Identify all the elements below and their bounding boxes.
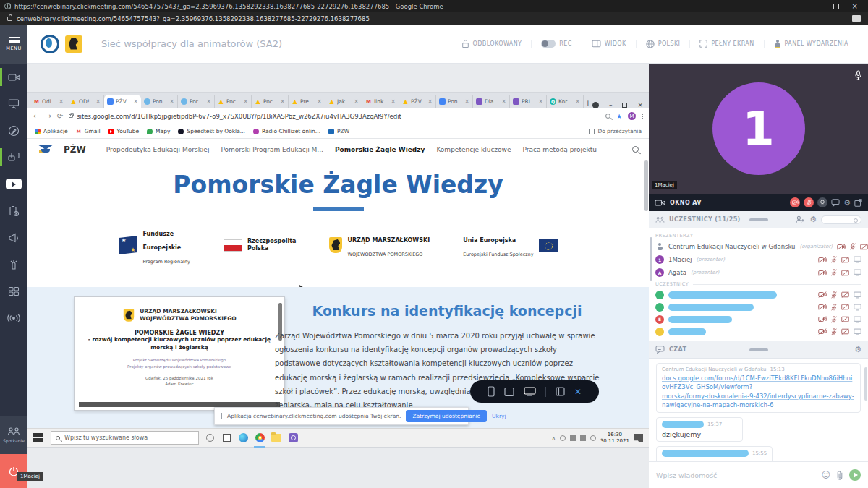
extension-icon[interactable] (852, 15, 861, 22)
profile-dot-icon[interactable] (592, 102, 599, 108)
window-minimize-button[interactable]: – (817, 2, 820, 10)
monitor-icon[interactable] (854, 304, 861, 311)
rec-toggle[interactable]: REC (531, 40, 581, 48)
av-settings-icon[interactable]: ⚙ (843, 199, 851, 207)
browser-tab[interactable]: Pon × (436, 95, 473, 108)
tab-close-icon[interactable]: × (206, 98, 211, 105)
bookmark-item[interactable]: Radio Chillizet onlin... (253, 128, 320, 134)
webcam-settings-button[interactable] (817, 197, 827, 207)
sidebar-item-apps[interactable] (0, 278, 27, 304)
zoom-search-icon[interactable] (605, 114, 610, 119)
presenter-row[interactable]: A Agata (prezenter) (655, 266, 861, 279)
add-person-icon[interactable] (796, 215, 805, 223)
attendee-row[interactable] (655, 325, 861, 338)
url-field[interactable]: sites.google.com/d/1GHkp5jpgietipdbP-6v7… (69, 113, 600, 120)
sidebar-item-stream[interactable] (0, 304, 27, 331)
chat-scrollbar[interactable] (864, 367, 867, 401)
view-button[interactable]: WIDOK (582, 40, 636, 48)
screen-off-icon[interactable] (841, 316, 849, 322)
tab-close-icon[interactable]: × (575, 98, 580, 105)
stop-sharing-button[interactable]: Zatrzymaj udostępnianie (406, 410, 487, 422)
browser-tab[interactable]: Por × (178, 95, 215, 108)
presenter-row[interactable]: 1 1Maciej (prezenter) (655, 253, 861, 266)
sidebar-item-camera[interactable] (0, 64, 27, 90)
edge-button[interactable] (237, 432, 249, 444)
close-preview-icon[interactable]: ✕ (574, 387, 582, 397)
taskbar-clock[interactable]: 16:3030.11.2021 (600, 432, 629, 445)
mic-off-icon[interactable] (831, 304, 837, 311)
mic-off-icon[interactable] (831, 316, 837, 323)
browser-tab[interactable]: PŻV × (104, 95, 141, 108)
room-lock-button[interactable]: ODBLOKOWANY (452, 39, 532, 48)
camera-off-icon[interactable] (818, 316, 827, 322)
screen-off-icon[interactable] (841, 304, 849, 310)
av-popout-icon[interactable] (854, 199, 862, 207)
reload-icon[interactable]: ⟳ (57, 112, 63, 120)
bookmark-item[interactable]: Mapy (147, 128, 170, 134)
mic-off-icon[interactable] (831, 269, 837, 276)
bookmark-star-icon[interactable]: ★ (616, 113, 622, 120)
sidebar-item-reactions[interactable] (0, 251, 27, 278)
screen-off-icon[interactable] (860, 244, 868, 250)
browser-tab[interactable]: Pon × (141, 95, 178, 108)
language-button[interactable]: POLSKI (636, 40, 690, 48)
browser-tab[interactable]: Jak × (326, 95, 362, 108)
mic-off-button[interactable] (804, 197, 814, 207)
bookmark-item[interactable]: Aplikacje (35, 128, 68, 134)
sidebar-item-screenshare[interactable] (0, 144, 27, 171)
monitor-icon[interactable] (854, 269, 861, 276)
fullscreen-button[interactable]: PEŁNY EKRAN (689, 40, 763, 48)
new-tab-button[interactable]: + (584, 97, 592, 108)
participants-drag-handle[interactable] (749, 218, 768, 221)
preview-pane-icon[interactable] (556, 387, 565, 396)
sidebar-item-draw[interactable] (0, 117, 27, 144)
sidebar-item-cta[interactable] (0, 224, 27, 251)
mic-off-icon[interactable] (850, 243, 856, 250)
start-button[interactable] (33, 433, 43, 442)
browser-tab[interactable]: PŻV × (399, 95, 436, 108)
browser-tab[interactable]: Dia × (473, 95, 510, 108)
browser-tab[interactable]: OD! × (67, 95, 104, 108)
monitor-icon[interactable] (854, 328, 861, 335)
av-chat-icon[interactable] (831, 199, 840, 207)
tab-close-icon[interactable]: × (391, 98, 396, 105)
camera-off-icon[interactable] (818, 291, 827, 298)
tablet-preview-icon[interactable] (504, 387, 514, 397)
tray-expand-icon[interactable]: ∧ (552, 435, 556, 441)
site-nav-item[interactable]: Kompetencje kluczowe (436, 146, 511, 153)
tab-close-icon[interactable]: × (317, 98, 322, 105)
embedded-document[interactable]: URZĄD MARSZAŁKOWSKIWOJEWÓDZTWA POMORSKIE… (74, 296, 285, 411)
participants-scrollbar[interactable] (650, 237, 652, 281)
screen-off-icon[interactable] (841, 270, 849, 276)
cortana-button[interactable] (204, 432, 216, 444)
address-bar[interactable]: cenwebinary.clickmeeting.com/54654757543… (0, 12, 868, 25)
sidebar-item-meeting[interactable]: Spotkanie (0, 416, 27, 454)
tab-close-icon[interactable]: × (427, 98, 433, 105)
camera-off-icon[interactable] (818, 304, 827, 310)
attendee-row[interactable] (655, 288, 861, 301)
chat-drag-handle[interactable] (749, 348, 768, 351)
shared-maximize-button[interactable] (622, 103, 627, 108)
phone-preview-icon[interactable] (488, 386, 495, 397)
attendee-row[interactable] (655, 301, 861, 313)
screen-off-icon[interactable] (841, 257, 849, 263)
monitor-icon[interactable] (854, 291, 861, 299)
screen-off-icon[interactable] (841, 328, 849, 335)
events-panel-button[interactable]: PANEL WYDARZENIA (764, 40, 858, 48)
shared-minimize-button[interactable]: – (609, 101, 613, 108)
bookmark-item[interactable]: Speedtest by Ookla... (178, 128, 245, 134)
site-nav-item[interactable]: Praca metodą projektu (523, 146, 597, 153)
browser-tab[interactable]: PRI × (510, 95, 547, 108)
browser-tab[interactable]: Poc × (215, 95, 252, 108)
tab-close-icon[interactable]: × (95, 98, 101, 105)
tray-pen-icon[interactable] (560, 435, 566, 441)
back-icon[interactable]: ← (33, 112, 39, 120)
chrome-button[interactable] (254, 432, 265, 444)
screen-off-icon[interactable] (841, 291, 849, 298)
attendee-row[interactable]: E (655, 313, 861, 325)
tab-close-icon[interactable]: × (501, 98, 506, 105)
attachment-icon[interactable] (836, 471, 843, 480)
send-button[interactable] (849, 469, 861, 481)
tab-close-icon[interactable]: × (59, 98, 64, 105)
mic-off-icon[interactable] (831, 328, 837, 335)
